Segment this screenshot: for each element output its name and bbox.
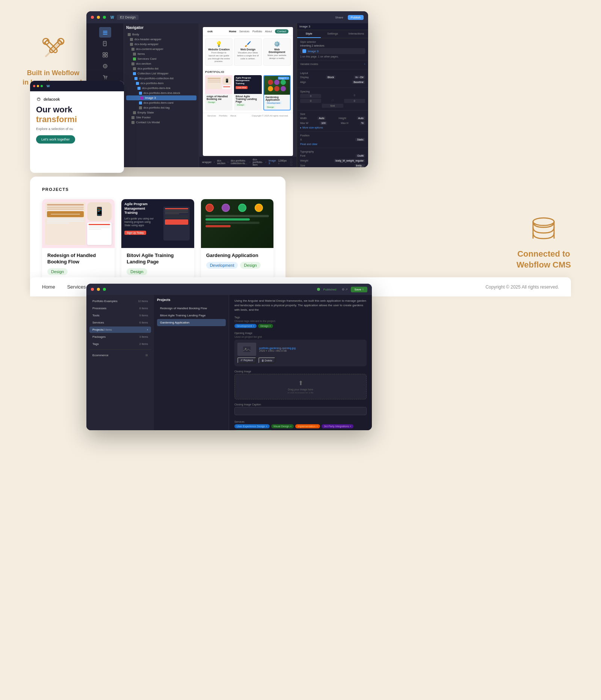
wf-nav-cms[interactable] xyxy=(99,61,111,71)
tree-portfolio-item-link[interactable]: dcx-portfolio-item-link xyxy=(126,86,196,91)
tag-design-booking[interactable]: Design xyxy=(47,268,68,275)
wf-nav-pages[interactable] xyxy=(99,38,111,49)
wf-tab-settings[interactable]: Settings xyxy=(321,30,344,38)
nav-about[interactable]: About xyxy=(265,30,272,33)
tree-portfolio-list-tag[interactable]: dcx-portfolio-list-tag xyxy=(126,105,196,110)
tree-portfolio-item-card[interactable]: dcx-portfolio-item-card xyxy=(126,100,196,105)
breadcrumb-wrapper[interactable]: wrapper xyxy=(202,161,211,163)
breadcrumb-collection[interactable]: dcx-portfolio-collection-lis... xyxy=(231,159,247,165)
tree-portfolio-list[interactable]: dcx-portfolio-list xyxy=(126,66,196,71)
tree-collection-list[interactable]: Collection List Wrapper xyxy=(126,71,196,76)
cms-col-garden[interactable]: Gardening Application xyxy=(157,319,226,326)
cms-drag-area[interactable]: ⬆ Drag your image here or click to brows… xyxy=(234,374,367,399)
wf-footer-about[interactable]: About xyxy=(230,115,236,117)
tag-development[interactable]: Development × xyxy=(234,324,257,328)
font-val[interactable]: Outfit xyxy=(356,154,365,157)
height-val[interactable]: Auto xyxy=(357,116,365,120)
nav-portfolio[interactable]: Portfolio xyxy=(252,30,262,33)
in-dir-val[interactable]: In→Dir xyxy=(354,76,365,79)
wf-footer-links: Services Portfolio About xyxy=(207,115,236,117)
spacing-bottom[interactable]: font xyxy=(322,104,343,108)
wf-project-tab[interactable]: E2 Design xyxy=(117,15,139,20)
cms-item-services[interactable]: Services 6 Items xyxy=(89,319,151,326)
more-size-options[interactable]: ▸ More size options xyxy=(300,126,365,129)
nav-home[interactable]: Home xyxy=(229,30,236,33)
cms-icon1[interactable]: ⚙ xyxy=(342,288,344,291)
cms-closing-caption-input[interactable] xyxy=(234,407,367,415)
wf-nav-assets[interactable] xyxy=(99,50,111,60)
variable-modes-arrow[interactable]: › xyxy=(364,63,365,65)
tag-design-agile[interactable]: Design xyxy=(127,268,147,275)
cms-svc-impl[interactable]: Implementation × xyxy=(295,424,320,428)
width-val[interactable]: Auto xyxy=(317,116,326,120)
wf-nav-layers[interactable] xyxy=(99,27,111,38)
svg-rect-25 xyxy=(243,346,251,352)
float-clear[interactable]: Float and clear xyxy=(300,143,365,145)
wf-footer-services[interactable]: Services xyxy=(207,115,216,117)
cms-icon2[interactable]: ↗ xyxy=(345,288,348,291)
weight-val[interactable]: body_M_weight_regular xyxy=(334,159,365,162)
cms-col-booking[interactable]: Redesign of Handled Booking Flow xyxy=(157,305,226,312)
spacing-top[interactable]: 0 xyxy=(300,94,321,98)
tree-empty-state[interactable]: Empty State xyxy=(126,110,196,115)
footer-home[interactable]: Home xyxy=(42,284,55,290)
tag-design-garden[interactable]: Design xyxy=(240,262,260,269)
cms-svc-visual[interactable]: Visual Design × xyxy=(271,424,294,428)
tree-content-wrapper[interactable]: dcx-content-wrapper xyxy=(126,47,196,51)
tree-portfolio-collection[interactable]: dcx-portfolio-collection-list xyxy=(126,76,196,81)
cms-closing-caption-label: Closing Image Caption xyxy=(234,403,367,406)
wf-share-btn[interactable]: Share xyxy=(333,15,345,20)
cms-svc-3rd[interactable]: 3rd Party Integrations × xyxy=(322,424,353,428)
wf-publish-btn[interactable]: Publish xyxy=(348,15,364,20)
fsize-val[interactable]: body... xyxy=(355,164,365,167)
cms-col-agile[interactable]: Bitovi Agile Training Landing Page xyxy=(157,312,226,319)
cms-ecommerce-icon[interactable]: ⊞ xyxy=(145,354,148,357)
align-val[interactable]: Baseline xyxy=(352,80,365,84)
cms-save-btn[interactable]: Save ↑ xyxy=(351,287,367,292)
wp-cta-button[interactable]: Let's work together xyxy=(36,135,75,144)
tree-contact-modal[interactable]: Contact Us Modal xyxy=(126,120,196,125)
wf-footer-portfolio[interactable]: Portfolio xyxy=(219,115,227,117)
cms-item-tools[interactable]: Tools 9 Items xyxy=(89,312,151,319)
breadcrumb-item[interactable]: dcx-portfolio-item xyxy=(253,158,263,166)
cms-replace-btn[interactable]: ↺ Replace xyxy=(237,357,256,363)
nav-services[interactable]: Services xyxy=(239,30,249,33)
cms-svc-hosting[interactable]: Hosting and Domain Setup × xyxy=(234,430,273,430)
tree-dcx-section[interactable]: dcx-section xyxy=(126,61,196,66)
cms-item-processes[interactable]: Processes 8 Items xyxy=(89,305,151,311)
tree-portfolio-item-line[interactable]: dcx-portfolio-item-line-block xyxy=(126,91,196,95)
tree-portfolio-item[interactable]: dcx-portfolio-item xyxy=(126,81,196,86)
tree-site-footer[interactable]: Site Footer xyxy=(126,115,196,120)
wf-panel-tabs: Style Settings Interactions xyxy=(297,30,368,38)
breadcrumb-section[interactable]: dcx-section xyxy=(217,159,225,165)
wf-tab-interactions[interactable]: Interactions xyxy=(344,30,368,38)
cms-sidebar: Portfolio Examples 12 Items Processes 8 … xyxy=(86,295,154,430)
tag-design[interactable]: Design × xyxy=(258,324,273,328)
footer-services[interactable]: Services xyxy=(67,284,86,290)
maxh-val[interactable]: % xyxy=(360,121,365,125)
cms-item-projects[interactable]: Projects 3 Items › xyxy=(89,327,151,333)
spacing-left[interactable]: 0 xyxy=(300,99,321,103)
cms-item-ecommerce[interactable]: Ecommerce ⊞ xyxy=(89,352,151,358)
tag-dev-garden[interactable]: Development xyxy=(206,262,238,269)
cms-svc-ux[interactable]: User Experience Design × xyxy=(234,424,270,428)
cms-item-packages[interactable]: Packages 3 Items xyxy=(89,334,151,340)
tree-body-wrapper[interactable]: dcx-body-wrapper xyxy=(126,42,196,47)
tree-items[interactable]: Items xyxy=(126,51,196,56)
tree-body[interactable]: Body xyxy=(126,32,196,37)
tree-image3[interactable]: Image 3 xyxy=(126,95,196,100)
cms-item-tags[interactable]: Tags 2 Items xyxy=(89,341,151,347)
position-val[interactable]: Static xyxy=(355,138,365,141)
cms-item-portfolio-examples[interactable]: Portfolio Examples 12 Items xyxy=(89,298,151,304)
display-val[interactable]: Block xyxy=(326,76,335,79)
cms-delete-btn[interactable]: 🗑 Delete xyxy=(258,357,275,363)
breadcrumb-image3[interactable]: Image 3 xyxy=(269,159,276,165)
tree-services-card[interactable]: Services Card xyxy=(126,56,196,61)
tree-header[interactable]: dcx-header-wrapper xyxy=(126,37,196,42)
cms-services-label: Services xyxy=(234,420,367,423)
spacing-right[interactable]: 0 xyxy=(344,99,365,103)
wf-panel-selector-val[interactable]: Image 3 xyxy=(300,48,365,54)
wf-tab-style[interactable]: Style xyxy=(297,30,321,38)
maxw-val[interactable]: 100 xyxy=(320,121,327,125)
nav-contact[interactable]: Contact xyxy=(275,29,288,33)
